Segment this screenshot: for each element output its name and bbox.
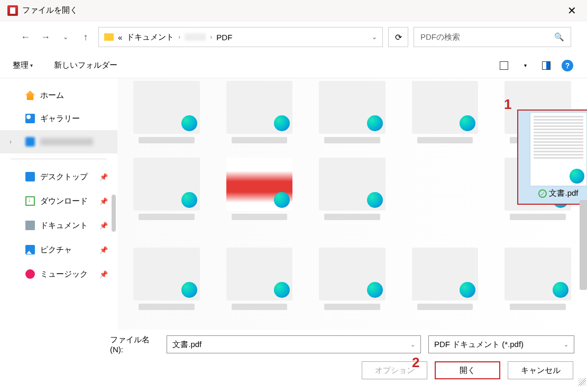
search-icon: 🔍 bbox=[554, 32, 564, 42]
file-thumb[interactable] bbox=[226, 248, 293, 300]
resize-grip[interactable] bbox=[579, 378, 586, 386]
file-type-filter[interactable]: PDF ドキュメント (*.pdf) ⌄ bbox=[428, 335, 574, 353]
recent-dropdown[interactable]: ⌄ bbox=[58, 30, 73, 44]
file-thumb[interactable] bbox=[226, 81, 293, 134]
download-icon bbox=[25, 196, 35, 206]
window-title: ファイルを開く bbox=[22, 5, 564, 15]
chevron-down-icon: ⌄ bbox=[564, 341, 568, 348]
chevron-icon: › bbox=[210, 33, 212, 41]
path-dropdown[interactable]: ⌄ bbox=[372, 33, 377, 41]
path-hidden[interactable] bbox=[185, 33, 206, 41]
view-dropdown[interactable]: ▾ bbox=[518, 59, 532, 72]
pin-icon[interactable]: 📌 bbox=[99, 197, 108, 205]
sidebar-item-picture[interactable]: ピクチャ 📌 bbox=[0, 238, 117, 262]
pin-icon[interactable]: 📌 bbox=[99, 270, 108, 278]
file-thumb[interactable] bbox=[319, 158, 386, 211]
refresh-button[interactable]: ⟳ bbox=[388, 27, 408, 47]
home-icon bbox=[25, 90, 35, 100]
sidebar-item-user[interactable]: › bbox=[0, 130, 117, 153]
close-button[interactable]: ✕ bbox=[564, 3, 580, 19]
folder-icon bbox=[104, 33, 114, 41]
file-grid[interactable]: ✓ 文書.pdf 1 bbox=[117, 78, 587, 330]
picture-icon bbox=[25, 245, 35, 254]
search-placeholder: PDFの検索 bbox=[420, 32, 554, 42]
file-thumb[interactable] bbox=[412, 248, 479, 300]
path-sep: « bbox=[118, 33, 122, 42]
sidebar-scrollbar[interactable] bbox=[112, 195, 116, 232]
filename-input[interactable]: 文書.pdf ⌄ bbox=[167, 335, 421, 353]
file-thumb[interactable] bbox=[505, 248, 571, 300]
selected-file-name: 文書.pdf bbox=[549, 188, 578, 198]
check-icon: ✓ bbox=[538, 189, 547, 198]
file-thumb[interactable] bbox=[133, 81, 200, 134]
path-box[interactable]: « ドキュメント › › PDF ⌄ bbox=[98, 27, 383, 47]
desktop-icon bbox=[25, 172, 35, 181]
sidebar-item-document[interactable]: ドキュメント 📌 bbox=[0, 213, 117, 238]
file-thumb[interactable] bbox=[133, 248, 200, 300]
view-thumbnails[interactable] bbox=[497, 59, 511, 72]
new-folder-button[interactable]: 新しいフォルダー bbox=[54, 60, 117, 70]
pin-icon[interactable]: 📌 bbox=[99, 246, 108, 254]
expand-icon[interactable]: › bbox=[10, 138, 12, 145]
back-button[interactable]: ← bbox=[18, 30, 33, 44]
preview-pane[interactable] bbox=[539, 59, 553, 72]
path-seg2[interactable]: PDF bbox=[216, 33, 232, 42]
annotation-1: 1 bbox=[504, 96, 511, 113]
annotation-2: 2 bbox=[412, 354, 419, 371]
user-icon bbox=[25, 137, 35, 147]
file-thumb[interactable] bbox=[319, 81, 386, 134]
chevron-icon: › bbox=[178, 33, 180, 41]
organize-menu[interactable]: 整理 ▾ bbox=[13, 60, 33, 70]
edge-icon bbox=[570, 169, 584, 184]
sidebar-item-music[interactable]: ミュージック 📌 bbox=[0, 262, 117, 286]
pin-icon[interactable]: 📌 bbox=[99, 173, 108, 181]
help-button[interactable]: ? bbox=[561, 59, 574, 72]
sidebar-item-desktop[interactable]: デスクトップ 📌 bbox=[0, 165, 117, 189]
sidebar-item-download[interactable]: ダウンロード 📌 bbox=[0, 189, 117, 213]
file-thumb[interactable] bbox=[133, 158, 200, 211]
pin-icon[interactable]: 📌 bbox=[99, 222, 108, 230]
document-icon bbox=[25, 221, 35, 230]
selected-file[interactable]: ✓ 文書.pdf bbox=[517, 110, 587, 205]
file-thumbnail bbox=[530, 113, 586, 186]
sidebar-user-label bbox=[40, 138, 93, 145]
open-button[interactable]: 開く bbox=[435, 361, 500, 379]
chevron-down-icon: ▾ bbox=[30, 62, 33, 68]
forward-button[interactable]: → bbox=[38, 30, 53, 44]
filename-label: ファイル名(N): bbox=[110, 335, 162, 354]
path-seg1[interactable]: ドキュメント bbox=[126, 32, 174, 42]
file-thumb[interactable] bbox=[412, 81, 479, 134]
sidebar-item-home[interactable]: ホーム bbox=[0, 84, 117, 107]
sidebar-item-gallery[interactable]: ギャラリー bbox=[0, 107, 117, 130]
file-thumb[interactable] bbox=[319, 248, 386, 300]
gallery-icon bbox=[25, 114, 35, 123]
app-icon bbox=[7, 5, 18, 16]
search-input[interactable]: PDFの検索 🔍 bbox=[414, 27, 571, 47]
cancel-button[interactable]: キャンセル bbox=[508, 361, 573, 379]
up-button[interactable]: ↑ bbox=[78, 30, 93, 44]
content-scrollbar[interactable] bbox=[580, 200, 587, 290]
music-icon bbox=[25, 269, 35, 279]
chevron-down-icon[interactable]: ⌄ bbox=[410, 341, 415, 348]
file-thumb[interactable] bbox=[226, 158, 293, 211]
